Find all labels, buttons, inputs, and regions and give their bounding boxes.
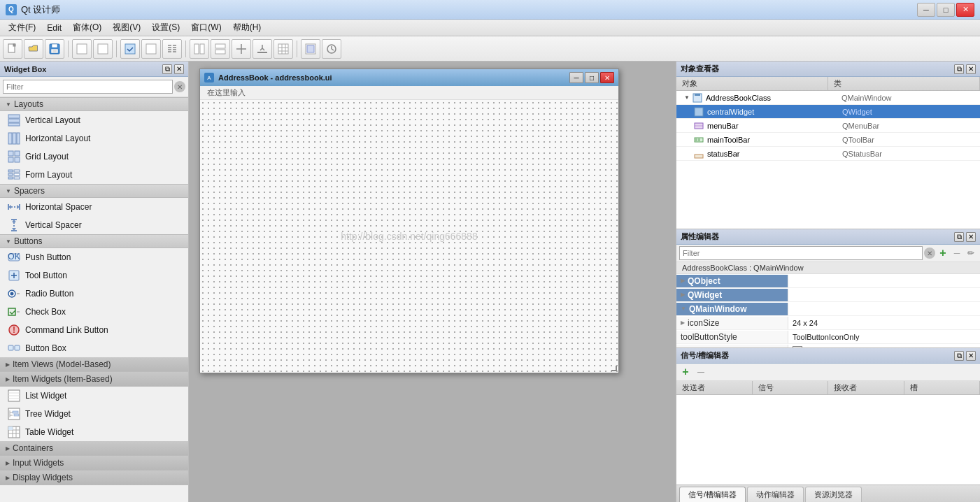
toolbar-btn-10[interactable]: [274, 39, 293, 59]
section-item-widgets[interactable]: ▶ Item Widgets (Item-Based): [0, 372, 188, 387]
menu-edit[interactable]: Edit: [41, 22, 67, 34]
toolbar-btn-4[interactable]: [141, 39, 161, 59]
svg-rect-11: [194, 44, 199, 54]
toolbar-btn-8[interactable]: [232, 39, 251, 59]
tree-row-centralwidget[interactable]: centralWidget QWidget: [676, 105, 980, 119]
signal-editor-close[interactable]: ✕: [966, 351, 976, 361]
minimize-button[interactable]: ─: [917, 3, 935, 17]
toolbar-btn-5[interactable]: [162, 39, 182, 59]
tree-row-addressbookclass[interactable]: ▼ AddressBookClass QMainWindow: [676, 91, 980, 105]
signal-editor-float[interactable]: ⧉: [954, 351, 964, 361]
toolbar-save[interactable]: [45, 39, 64, 59]
widget-tool-button[interactable]: Tool Button: [0, 266, 188, 285]
design-minimize-button[interactable]: ─: [569, 72, 583, 83]
tab-signal-slot[interactable]: 信号/槽编辑器: [679, 487, 746, 502]
check-box-label: Check Box: [25, 307, 66, 317]
section-layouts[interactable]: ▼ Layouts: [0, 97, 188, 111]
prop-section-qobject[interactable]: ▶ QObject: [676, 274, 980, 288]
tab-resource-browser[interactable]: 资源浏览器: [805, 487, 862, 502]
section-containers[interactable]: ▶ Containers: [0, 441, 188, 456]
design-close-button[interactable]: ✕: [600, 72, 614, 83]
toolbar-btn-3[interactable]: [120, 39, 140, 59]
toolbar-btn-7[interactable]: [211, 39, 230, 59]
toolbar-btn-9[interactable]: [253, 39, 272, 59]
prop-section-qmainwindow-name[interactable]: ▼ QMainWindow: [676, 303, 788, 315]
prop-section-qobject-name[interactable]: ▶ QObject: [676, 275, 788, 287]
widget-list-widget[interactable]: List Widget: [0, 387, 188, 405]
prop-value-iconsize[interactable]: 24 x 24: [788, 317, 980, 329]
prop-value-toolbuttonstyle[interactable]: ToolButtonIconOnly: [788, 331, 980, 343]
design-placeholder-text[interactable]: 在这里输入: [203, 87, 250, 99]
widget-command-link-button[interactable]: ! Command Link Button: [0, 321, 188, 339]
prop-section-qwidget-name[interactable]: ▶ QWidget: [676, 289, 788, 301]
svg-rect-33: [15, 151, 20, 156]
tab-action-editor[interactable]: 动作编辑器: [747, 487, 804, 502]
filter-clear-button[interactable]: ✕: [174, 81, 185, 92]
prop-row-animated[interactable]: animated: [676, 344, 980, 347]
close-button[interactable]: ✕: [956, 3, 974, 17]
object-inspector-close[interactable]: ✕: [966, 64, 976, 74]
widget-grid-layout[interactable]: Grid Layout: [0, 148, 188, 166]
prop-filter-input[interactable]: [679, 246, 923, 260]
toolbar-btn-redo[interactable]: [93, 39, 113, 59]
prop-add-button[interactable]: +: [937, 247, 949, 259]
property-editor-close[interactable]: ✕: [966, 232, 976, 242]
menu-help[interactable]: 帮助(H): [227, 20, 267, 35]
widget-vertical-layout[interactable]: Vertical Layout: [0, 111, 188, 129]
widget-horizontal-spacer[interactable]: Horizontal Spacer: [0, 198, 188, 216]
section-display-widgets[interactable]: ▶ Display Widgets: [0, 471, 188, 485]
signal-toolbar: + ─: [676, 364, 980, 381]
animated-checkbox[interactable]: [793, 346, 802, 348]
prop-value-animated[interactable]: [788, 345, 980, 348]
tree-toggle-addressbookclass[interactable]: ▼: [682, 93, 692, 103]
menu-view[interactable]: 视图(V): [107, 20, 146, 35]
svg-line-25: [332, 49, 334, 50]
prop-section-qwidget[interactable]: ▶ QWidget: [676, 288, 980, 302]
widget-form-layout[interactable]: Form Layout: [0, 166, 188, 184]
toolbar-new[interactable]: [3, 39, 22, 59]
tree-row-maintoolbar[interactable]: mainToolBar QToolBar: [676, 133, 980, 147]
widget-box-float[interactable]: ⧉: [162, 64, 172, 74]
menu-form[interactable]: 窗体(O): [67, 20, 107, 35]
toolbar-open[interactable]: [24, 39, 43, 59]
prop-section-qmainwindow[interactable]: ▼ QMainWindow: [676, 302, 980, 316]
section-input-widgets[interactable]: ▶ Input Widgets: [0, 456, 188, 471]
property-editor-float[interactable]: ⧉: [954, 232, 964, 242]
prop-row-toolbuttonstyle[interactable]: toolButtonStyle ToolButtonIconOnly: [676, 330, 980, 344]
widget-button-box[interactable]: Button Box: [0, 339, 188, 357]
section-buttons[interactable]: ▼ Buttons: [0, 234, 188, 248]
widget-vertical-spacer[interactable]: Vertical Spacer: [0, 216, 188, 234]
prop-edit-button[interactable]: ✏: [965, 247, 977, 259]
widget-table-widget[interactable]: Table Widget: [0, 423, 188, 441]
signal-add-button[interactable]: +: [679, 366, 692, 378]
toolbar-btn-6[interactable]: [190, 39, 209, 59]
maximize-button[interactable]: □: [937, 3, 955, 17]
toolbar-btn-11[interactable]: [301, 39, 320, 59]
signal-remove-button[interactable]: ─: [695, 366, 707, 378]
design-window-title: AddressBook - addressbook.ui: [218, 73, 332, 82]
widget-radio-button[interactable]: Radio Button: [0, 285, 188, 303]
prop-row-iconsize[interactable]: ▶ iconSize 24 x 24: [676, 316, 980, 330]
widget-push-button[interactable]: OK Push Button: [0, 248, 188, 266]
object-inspector-float[interactable]: ⧉: [954, 64, 964, 74]
tree-row-statusbar[interactable]: statusBar QStatusBar: [676, 147, 980, 161]
object-inspector: 对象查看器 ⧉ ✕ 对象 类 ▼ AddressBookClass: [676, 62, 980, 229]
toolbar-btn-undo[interactable]: [72, 39, 92, 59]
tree-row-menubar[interactable]: menuBar QMenuBar: [676, 119, 980, 133]
design-restore-button[interactable]: □: [585, 72, 599, 83]
widget-box-close[interactable]: ✕: [174, 64, 184, 74]
widget-tree-widget[interactable]: Tree Widget: [0, 405, 188, 423]
design-resize-handle[interactable]: [611, 366, 617, 371]
menu-window[interactable]: 窗口(W): [185, 20, 227, 35]
section-item-views[interactable]: ▶ Item Views (Model-Based): [0, 357, 188, 372]
prop-remove-button[interactable]: ─: [951, 247, 963, 259]
filter-input[interactable]: [3, 80, 173, 94]
section-spacers[interactable]: ▼ Spacers: [0, 184, 188, 198]
prop-filter-clear[interactable]: ✕: [924, 248, 935, 259]
widget-horizontal-layout[interactable]: Horizontal Layout: [0, 129, 188, 148]
design-canvas[interactable]: http://blog.csdn.net/qing666888: [200, 100, 618, 373]
menu-file[interactable]: 文件(F): [3, 20, 41, 35]
toolbar-btn-12[interactable]: [322, 39, 341, 59]
widget-check-box[interactable]: Check Box: [0, 303, 188, 321]
menu-settings[interactable]: 设置(S): [146, 20, 185, 35]
